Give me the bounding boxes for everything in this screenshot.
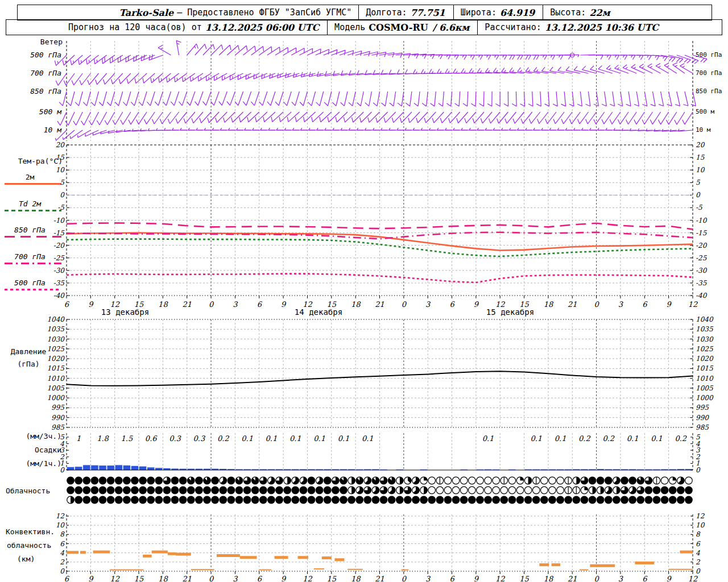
cloud-cover-icon [316, 496, 323, 504]
hour-label: 9 [281, 300, 287, 309]
cloud-cover-icon [601, 487, 604, 494]
cloud-cover-icon [428, 477, 436, 484]
wind-barb [129, 112, 139, 124]
cloud-cover-icon [91, 487, 98, 494]
pressure-tick-label-right: 995 [696, 404, 709, 411]
temp-tick-label-right: -35 [696, 279, 708, 287]
wind-barb [577, 92, 582, 106]
conv-tick-label-right: 0 [696, 567, 701, 575]
precip-3h-sum-label: 0.1 [627, 434, 639, 443]
cloud-cover-icon [541, 496, 548, 504]
wind-barb [545, 92, 549, 106]
precip-3h-sum-label: 0.1 [289, 434, 301, 443]
cloud-cover-icon [444, 496, 452, 504]
wind-barb [262, 73, 275, 79]
cloud-cover-icon [645, 487, 652, 494]
hour-label: 12 [110, 300, 119, 309]
cloud-cover-icon [677, 496, 685, 504]
convective-cloud-bar [176, 553, 191, 556]
temp-tick-label-left: -35 [53, 279, 65, 287]
pressure-tick-label-right: 990 [696, 414, 709, 422]
convective-cloud-bar [240, 556, 257, 559]
cloud-cover-icon [276, 487, 283, 494]
precip-bar [147, 467, 155, 470]
temp-tick-label-left: -10 [53, 217, 65, 225]
precip-3h-sum-label: 0.1 [362, 434, 374, 443]
cloud-cover-icon [485, 487, 492, 494]
cloud-cover-icon [621, 477, 628, 484]
precip-3h-sum-label: 0.1 [530, 434, 542, 443]
hour-label-bottom: 0 [209, 575, 214, 582]
wind-barb [500, 55, 515, 60]
precip-tick-label-right: 5 [696, 433, 701, 441]
wind-barb [528, 92, 533, 106]
precip-3h-sum-label: 0.2 [217, 434, 229, 443]
cloud-cover-icon [400, 477, 403, 484]
wind-barb [85, 130, 99, 136]
cloud-cover-icon [516, 487, 524, 494]
cloud-cover-icon [549, 487, 556, 494]
wind-barb [78, 130, 91, 138]
cloud-cover-icon [260, 487, 267, 494]
cloud-cover-icon [235, 487, 243, 494]
cloud-cover-icon [75, 496, 82, 504]
precip-3h-sum-label: 0.1 [482, 434, 494, 443]
cloud-cover-icon [404, 496, 412, 504]
hour-label: 6 [257, 300, 263, 309]
hour-label: 15 [134, 300, 144, 309]
hour-label: 3 [618, 300, 624, 309]
cloud-cover-icon [268, 487, 275, 494]
cloud-cover-icon [147, 496, 155, 504]
wind-barb [179, 92, 187, 106]
altitude-label: Высота: [549, 7, 587, 18]
cloud-cover-icon [524, 487, 532, 494]
wind-barb [83, 92, 90, 106]
temp-tick-label-left: 5 [60, 178, 65, 186]
convective-cloud-bar [80, 551, 86, 554]
cloud-cover-icon [661, 487, 668, 494]
conv-tick-label-left: 12 [56, 512, 65, 520]
cloud-cover-icon [75, 477, 82, 484]
wind-barb [556, 55, 571, 60]
cloud-cover-icon [493, 487, 500, 494]
wind-barb [141, 55, 155, 61]
cloud-cover-icon [123, 477, 131, 484]
wind-barb [293, 73, 308, 78]
wind-barb [398, 92, 404, 106]
precip-bar [75, 467, 82, 470]
hour-label-bottom: 12 [303, 575, 312, 582]
cloud-cover-icon [220, 496, 227, 504]
hour-label-bottom: 9 [474, 575, 479, 582]
wind-barb [518, 68, 532, 73]
conv-tick-label-left: 8 [60, 530, 65, 538]
convective-cloud-bar [217, 554, 240, 557]
precip-bar [99, 465, 106, 470]
hour-label-bottom: 18 [158, 575, 168, 582]
precip-3h-sum-label: 0.2 [602, 434, 614, 443]
cloud-cover-icon [284, 487, 291, 494]
cloud-cover-icon [500, 487, 508, 494]
temp-tick-label-right: -25 [696, 254, 708, 262]
wind-barb [422, 92, 428, 106]
wind-barb [618, 92, 622, 106]
cloud-cover-icon [324, 487, 331, 494]
cloud-cover-icon [139, 496, 147, 504]
cloud-cover-icon [171, 487, 179, 494]
wind-barb [436, 55, 450, 59]
conv-tick-label-right: 6 [696, 540, 701, 548]
longitude-value: 77.751 [408, 7, 447, 18]
cloud-cover-icon [420, 496, 428, 504]
meteogram-canvas: 2020151510105500-5-5-10-10-15-15-20-20-2… [0, 34, 728, 582]
wind-barb [324, 92, 332, 106]
cloud-cover-icon [541, 477, 548, 484]
wind-barb [553, 92, 557, 106]
wind-barb [667, 92, 672, 106]
pressure-tick-label-left: 1035 [47, 325, 65, 333]
calc-label: Рассчитано: [483, 22, 542, 32]
cloud-cover-icon [557, 487, 564, 494]
meteogram-page: Tarko-Sale — Предоставлено ФГБУ "ЗапСиб … [0, 0, 728, 582]
precip-3h-sum-label: 0.1 [241, 434, 253, 443]
cloud-cover-icon [528, 477, 532, 484]
temp-tick-label-right: 10 [696, 166, 705, 174]
cloud-cover-icon [300, 496, 307, 504]
